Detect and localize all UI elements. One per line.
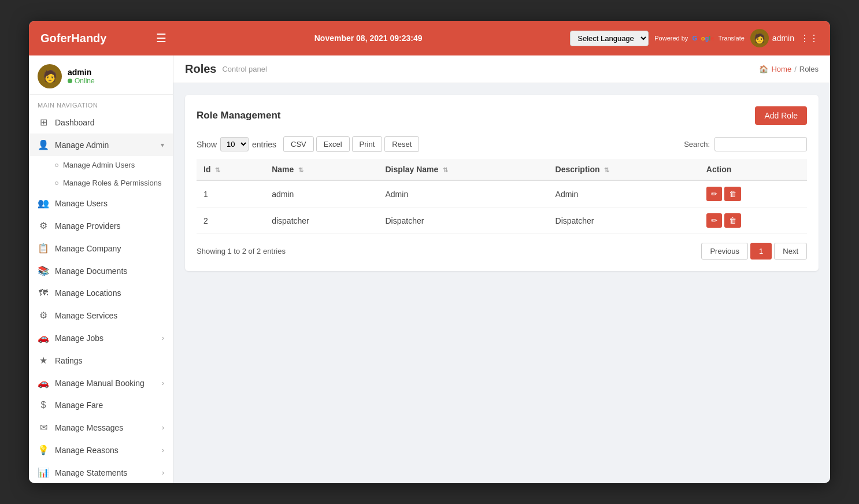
- chevron-right-icon: ›: [162, 424, 164, 432]
- breadcrumb-current: Roles: [799, 65, 819, 73]
- home-icon: 🏠: [759, 65, 768, 73]
- page-1-button[interactable]: 1: [750, 243, 772, 260]
- sidebar-item-manage-users[interactable]: 👥 Manage Users: [29, 192, 173, 214]
- sidebar-item-label: Manage Statements: [55, 468, 156, 477]
- card-header: Role Management Add Role: [197, 106, 807, 125]
- cell-name: admin: [265, 180, 378, 207]
- share-icon[interactable]: ⋮⋮: [800, 33, 819, 44]
- search-input[interactable]: [714, 137, 807, 151]
- manage-users-icon: 👥: [38, 198, 49, 209]
- export-buttons: CSV Excel Print Reset: [283, 136, 419, 152]
- action-buttons: ✏ 🗑: [706, 187, 800, 201]
- sidebar-item-manage-reasons[interactable]: 💡 Manage Reasons ›: [29, 439, 173, 461]
- search-area: Search:: [684, 137, 807, 151]
- nav-section-label: MAIN NAVIGATION: [29, 95, 173, 111]
- cell-display-name: Admin: [378, 180, 548, 207]
- sidebar-item-manage-admin-users[interactable]: Manage Admin Users: [29, 156, 173, 174]
- sub-dot-icon: [55, 181, 58, 185]
- sort-icon[interactable]: ⇅: [215, 166, 220, 174]
- cell-action: ✏ 🗑: [699, 180, 807, 207]
- sidebar-item-manage-roles[interactable]: Manage Roles & Permissions: [29, 174, 173, 192]
- delete-button[interactable]: 🗑: [724, 187, 741, 201]
- excel-button[interactable]: Excel: [316, 136, 350, 152]
- admin-label: admin: [772, 34, 794, 43]
- sidebar-item-manage-messages[interactable]: ✉ Manage Messages ›: [29, 416, 173, 439]
- edit-button[interactable]: ✏: [706, 213, 722, 228]
- add-role-button[interactable]: Add Role: [755, 106, 807, 125]
- manage-admin-icon: 👤: [38, 139, 49, 150]
- manage-services-icon: ⚙: [38, 310, 49, 321]
- sidebar-item-label: Manage Jobs: [55, 333, 156, 343]
- body: 🧑 admin Online MAIN NAVIGATION ⊞ Dashboa…: [29, 55, 830, 483]
- showing-info: Showing 1 to 2 of 2 entries: [197, 247, 286, 255]
- breadcrumb: 🏠 Home / Roles: [759, 65, 819, 73]
- sidebar-item-manage-providers[interactable]: ⚙ Manage Providers: [29, 214, 173, 237]
- manage-locations-icon: 🗺: [38, 288, 49, 298]
- pagination: Previous 1 Next: [701, 243, 807, 260]
- card-title: Role Management: [197, 110, 280, 121]
- dashboard-icon: ⊞: [38, 117, 49, 128]
- col-display-name: Display Name ⇅: [378, 159, 548, 180]
- sidebar-item-manage-statements[interactable]: 📊 Manage Statements ›: [29, 461, 173, 483]
- ratings-icon: ★: [38, 355, 49, 366]
- sidebar-item-manage-locations[interactable]: 🗺 Manage Locations: [29, 282, 173, 304]
- table-header-row: Id ⇅ Name ⇅ Display Name ⇅: [197, 159, 807, 180]
- table-top-controls: Show 10 entries CSV Excel Print Reset: [197, 136, 807, 152]
- csv-button[interactable]: CSV: [283, 136, 314, 152]
- entries-select[interactable]: 10: [220, 137, 249, 151]
- main-content: Roles Control panel 🏠 Home / Roles Role …: [173, 55, 830, 483]
- header-avatar: 🧑: [750, 29, 769, 47]
- next-button[interactable]: Next: [774, 243, 807, 260]
- page-header: Roles Control panel 🏠 Home / Roles: [173, 55, 830, 83]
- sidebar-item-manage-manual-booking[interactable]: 🚗 Manage Manual Booking ›: [29, 372, 173, 394]
- reset-button[interactable]: Reset: [384, 136, 419, 152]
- sidebar-item-ratings[interactable]: ★ Ratings: [29, 349, 173, 372]
- sort-icon[interactable]: ⇅: [298, 166, 303, 174]
- chevron-right-icon: ›: [162, 446, 164, 454]
- cell-description: Dispatcher: [549, 207, 699, 234]
- manage-company-icon: 📋: [38, 243, 49, 254]
- header-datetime: November 08, 2021 09:23:49: [166, 34, 570, 43]
- entries-label: entries: [252, 140, 276, 149]
- sidebar-item-label: Manage Users: [55, 199, 164, 208]
- col-action: Action: [699, 159, 807, 180]
- breadcrumb-home[interactable]: Home: [771, 65, 791, 73]
- sidebar-item-label: Manage Locations: [55, 288, 164, 298]
- sidebar-item-label: Manage Admin: [55, 140, 155, 150]
- table-row: 2 dispatcher Dispatcher Dispatcher ✏ 🗑: [197, 207, 807, 234]
- chevron-down-icon: ▾: [161, 141, 164, 149]
- page-subtitle: Control panel: [222, 65, 266, 73]
- action-buttons: ✏ 🗑: [706, 213, 800, 228]
- previous-button[interactable]: Previous: [701, 243, 748, 260]
- sort-icon[interactable]: ⇅: [604, 166, 609, 174]
- edit-button[interactable]: ✏: [706, 187, 722, 201]
- role-management-card: Role Management Add Role Show 10 entries…: [185, 95, 819, 271]
- sidebar-item-dashboard[interactable]: ⊞ Dashboard: [29, 111, 173, 134]
- hamburger-icon[interactable]: ☰: [156, 31, 166, 45]
- chevron-right-icon: ›: [162, 379, 164, 387]
- sort-icon[interactable]: ⇅: [443, 166, 448, 174]
- print-button[interactable]: Print: [352, 136, 383, 152]
- cell-description: Admin: [549, 180, 699, 207]
- sidebar-sub-item-label: Manage Roles & Permissions: [63, 179, 162, 187]
- sidebar-item-manage-jobs[interactable]: 🚗 Manage Jobs ›: [29, 327, 173, 349]
- sidebar-item-manage-documents[interactable]: 📚 Manage Documents: [29, 260, 173, 282]
- sidebar-item-manage-fare[interactable]: $ Manage Fare: [29, 394, 173, 416]
- sidebar-item-manage-admin[interactable]: 👤 Manage Admin ▾: [29, 134, 173, 156]
- admin-user-menu[interactable]: 🧑 admin: [750, 29, 794, 47]
- manage-statements-icon: 📊: [38, 467, 49, 478]
- cell-display-name: Dispatcher: [378, 207, 548, 234]
- sidebar-item-manage-services[interactable]: ⚙ Manage Services: [29, 304, 173, 327]
- manage-messages-icon: ✉: [38, 422, 49, 433]
- language-select[interactable]: Select Language: [570, 31, 649, 46]
- col-id: Id ⇅: [197, 159, 265, 180]
- sidebar-item-manage-company[interactable]: 📋 Manage Company: [29, 237, 173, 260]
- sidebar-item-label: Manage Manual Booking: [55, 379, 156, 388]
- col-description: Description ⇅: [549, 159, 699, 180]
- manage-manual-booking-icon: 🚗: [38, 377, 49, 388]
- table-scroll-area: Id ⇅ Name ⇅ Display Name ⇅: [197, 159, 807, 234]
- delete-button[interactable]: 🗑: [724, 213, 741, 228]
- cell-id: 1: [197, 180, 265, 207]
- header-right: Select Language Powered by Google Transl…: [570, 29, 819, 47]
- sidebar: 🧑 admin Online MAIN NAVIGATION ⊞ Dashboa…: [29, 55, 173, 483]
